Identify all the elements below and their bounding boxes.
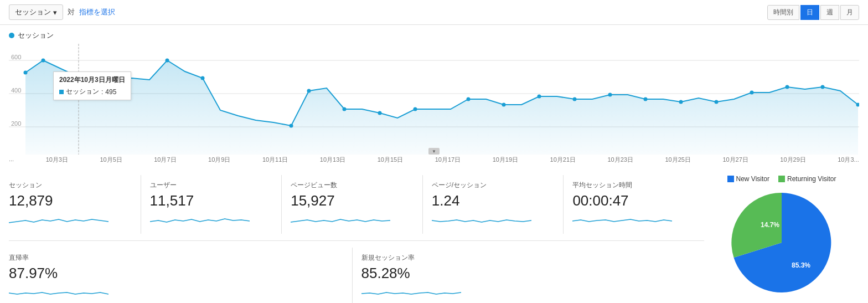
stat-label-bounce-rate: 直帰率: [9, 253, 343, 263]
svg-point-22: [644, 97, 648, 101]
tooltip-date: 2022年10月3日月曜日: [59, 75, 125, 85]
sparkline-sessions: [9, 213, 132, 228]
tooltip-metric: セッション: [66, 87, 99, 96]
new-visitor-color-icon: [727, 176, 734, 182]
x-label-12: 10月25日: [665, 156, 690, 164]
x-label-14: 10月29日: [780, 156, 805, 164]
x-label-9: 10月19日: [493, 156, 518, 164]
x-label-5: 10月11日: [262, 156, 288, 164]
svg-point-23: [679, 100, 683, 104]
session-dropdown-label: セッション: [15, 7, 51, 17]
x-label-0: ...: [9, 156, 14, 164]
time-controls: 時間別 日 週 月: [767, 5, 859, 20]
chart-legend: セッション: [9, 30, 859, 40]
stat-card-new-session-rate: 新規セッション率 85.28%: [361, 248, 705, 303]
returning-visitor-color-icon: [778, 176, 785, 182]
sparkline-new-session-rate: [361, 285, 696, 301]
stat-value-users: 11,517: [150, 192, 273, 209]
pie-chart-svg: 85.3% 14.7%: [726, 187, 837, 298]
svg-point-13: [307, 89, 311, 93]
sparkline-pages-per-session: [432, 213, 555, 228]
stat-value-new-session-rate: 85.28%: [361, 265, 696, 282]
x-label-4: 10月9日: [208, 156, 230, 164]
new-visitor-pct-text: 85.3%: [792, 261, 810, 269]
top-bar-left: セッション ▾ 対 指標を選択: [9, 4, 115, 20]
week-button[interactable]: 週: [820, 5, 839, 20]
svg-point-14: [343, 107, 347, 111]
vs-label: 対: [68, 7, 75, 17]
x-label-13: 10月27日: [722, 156, 748, 164]
main-chart-svg: 600 400 200: [9, 44, 859, 155]
chart-scroll-indicator[interactable]: ▼: [428, 148, 440, 155]
x-axis: ... 10月3日 10月5日 10月7日 10月9日 10月11日 10月13…: [9, 155, 859, 166]
legend-dot-icon: [9, 33, 14, 38]
stat-card-avg-session-time: 平均セッション時間 00:00:47: [572, 175, 704, 234]
sparkline-pageviews: [291, 213, 414, 228]
svg-text:200: 200: [11, 120, 21, 127]
sparkline-avg-session-time: [572, 213, 695, 228]
stat-value-pages-per-session: 1.24: [432, 192, 555, 209]
stat-card-sessions: セッション 12,879: [9, 175, 141, 234]
svg-point-26: [786, 85, 789, 89]
svg-point-7: [42, 59, 45, 63]
stat-card-bounce-rate: 直帰率 87.97%: [9, 248, 353, 303]
stat-label-users: ユーザー: [150, 181, 273, 190]
stat-value-sessions: 12,879: [9, 192, 132, 209]
svg-point-25: [750, 91, 754, 95]
svg-point-16: [414, 107, 417, 111]
svg-point-27: [821, 85, 825, 89]
pie-legend: New Visitor Returning Visitor: [727, 175, 836, 183]
x-label-8: 10月17日: [435, 156, 461, 164]
x-label-10: 10月21日: [550, 156, 576, 164]
svg-point-18: [502, 103, 506, 107]
svg-point-10: [166, 59, 169, 63]
svg-point-19: [538, 95, 541, 99]
chart-tooltip: 2022年10月3日月曜日 セッション: 495: [53, 71, 131, 100]
x-label-3: 10月7日: [154, 156, 176, 164]
stats-left: セッション 12,879 ユーザー 11,517 ページビュー数: [9, 175, 704, 303]
x-label-1: 10月3日: [46, 156, 68, 164]
tooltip-dot-icon: [59, 90, 64, 94]
svg-point-21: [608, 93, 612, 97]
top-bar: セッション ▾ 対 指標を選択 時間別 日 週 月: [0, 0, 868, 25]
legend-new-visitor: New Visitor: [727, 175, 769, 183]
svg-point-12: [290, 124, 293, 128]
chart-container[interactable]: 600 400 200: [9, 44, 859, 155]
tooltip-value: セッション: 495: [59, 87, 125, 96]
x-label-15: 10月3...: [838, 156, 859, 164]
svg-text:400: 400: [11, 87, 21, 94]
svg-point-6: [24, 71, 28, 75]
sparkline-users: [150, 213, 273, 228]
sparkline-bounce-rate: [9, 285, 343, 301]
pie-section: New Visitor Returning Visitor 85.3% 14.7…: [704, 175, 859, 303]
x-label-7: 10月15日: [378, 156, 403, 164]
stats-row-1: セッション 12,879 ユーザー 11,517 ページビュー数: [9, 175, 704, 234]
chart-legend-label: セッション: [18, 30, 54, 40]
stat-card-pageviews: ページビュー数 15,927: [291, 175, 423, 234]
month-button[interactable]: 月: [840, 5, 859, 20]
hourly-button[interactable]: 時間別: [767, 5, 799, 20]
svg-text:600: 600: [11, 54, 21, 60]
stat-value-bounce-rate: 87.97%: [9, 265, 343, 282]
svg-point-17: [467, 97, 471, 101]
stat-label-avg-session-time: 平均セッション時間: [572, 181, 695, 190]
x-label-11: 10月23日: [608, 156, 633, 164]
legend-returning-visitor: Returning Visitor: [778, 175, 836, 183]
metric-select-link[interactable]: 指標を選択: [79, 7, 115, 17]
session-dropdown[interactable]: セッション ▾: [9, 4, 63, 20]
stat-label-pageviews: ページビュー数: [291, 181, 414, 190]
svg-point-24: [715, 100, 719, 104]
tooltip-number: 495: [105, 88, 116, 96]
stat-label-sessions: セッション: [9, 181, 132, 190]
x-label-6: 10月13日: [320, 156, 345, 164]
svg-point-11: [201, 76, 205, 80]
returning-visitor-pct-text: 14.7%: [761, 221, 779, 229]
dropdown-arrow-icon: ▾: [53, 8, 57, 17]
stat-card-users: ユーザー 11,517: [150, 175, 282, 234]
x-label-2: 10月5日: [100, 156, 122, 164]
stat-value-pageviews: 15,927: [291, 192, 414, 209]
chart-area: セッション 600 400 200: [0, 25, 868, 166]
new-visitor-label: New Visitor: [736, 175, 769, 183]
day-button[interactable]: 日: [800, 5, 819, 20]
svg-point-20: [573, 97, 577, 101]
